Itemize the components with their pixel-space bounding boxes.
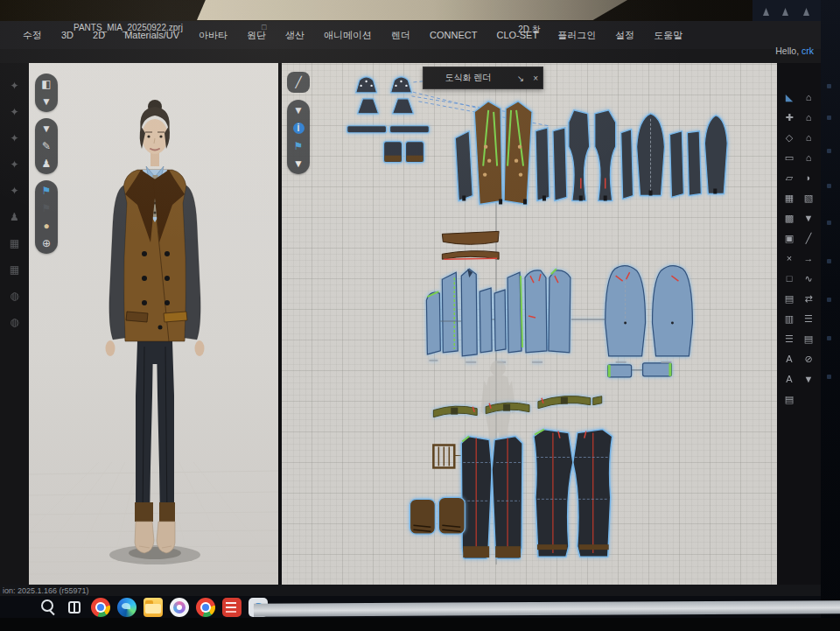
library-avatar-icon[interactable]: ♟ [10, 212, 19, 222]
pattern-canvas[interactable] [282, 63, 777, 585]
file-tab[interactable]: PANTS_MIA_20250922.zprj [74, 23, 183, 32]
sewing-machine-icon-4[interactable]: ⌂ [806, 153, 812, 163]
pattern-collar-band-pieces[interactable] [442, 231, 499, 259]
rectangle-tool-icon[interactable]: ▭ [785, 153, 794, 163]
fold-tool-icon[interactable]: ▤ [785, 294, 794, 304]
account-greeting[interactable]: Hello, crk [775, 46, 814, 56]
menu-item[interactable]: 아바타 [199, 29, 228, 42]
right-tool-panel: ◣✚◇▭▱▦▩▣×□▤▥☰AA▤ ⌂⌂⌂⌂◗▧▼╱→∿⇄☰▤⊘▼ [777, 63, 821, 585]
render-view-icon[interactable]: ◧ [41, 79, 51, 89]
avatar-pants[interactable] [135, 341, 175, 522]
library-garment-icon-2[interactable]: ▦ [10, 264, 19, 275]
taskbar-task-view-button[interactable] [65, 598, 84, 617]
segment-sewing-icon[interactable]: ╱ [806, 234, 812, 243]
background-monitor-side [821, 0, 840, 631]
steam-iron-icon[interactable]: ◗ [806, 173, 812, 183]
fit-map-icon[interactable]: ▧ [804, 193, 813, 203]
pattern-collar-small-pieces[interactable] [347, 77, 430, 163]
label-tool-icon[interactable]: A [786, 375, 792, 384]
polygon-tool-icon[interactable]: ▱ [786, 173, 793, 183]
library-garment-icon-1[interactable]: ▦ [10, 238, 19, 249]
avatar-3d[interactable] [83, 72, 223, 578]
show-avatar-icon[interactable]: ♟ [42, 158, 52, 169]
library-globe-icon-1[interactable]: ◍ [10, 291, 18, 301]
viewport-3d[interactable]: ◧▼ ▼✎♟ ⚑⚑●⊕ [29, 63, 278, 585]
library-pose-icon-3[interactable]: ✦ [10, 159, 18, 170]
edit-point-icon[interactable]: ✚ [785, 113, 793, 123]
grading-icon[interactable]: ▤ [785, 395, 794, 404]
fabric-swatch-blue-icon[interactable]: ⚑ [42, 186, 52, 196]
library-globe-icon-2[interactable]: ◍ [10, 317, 18, 327]
library-pose-icon-4[interactable]: ✦ [10, 186, 18, 196]
text-tool-icon[interactable]: A [786, 354, 792, 364]
fabric-swatch-dark-icon[interactable]: ⚑ [42, 203, 52, 214]
garment-dark-icon[interactable]: ▼ [804, 375, 814, 384]
taskbar-file-explorer[interactable] [144, 598, 163, 617]
taskbar-chrome-2[interactable] [196, 598, 215, 617]
clone-pattern-icon[interactable]: ▣ [785, 234, 794, 243]
photo-background-bottom [0, 618, 840, 631]
greeting-text: Hello, [775, 46, 802, 56]
toolbar3d-group-2: ▼✎♟ [35, 118, 58, 174]
curve-tool-icon[interactable]: ╱ [287, 72, 310, 93]
pattern-pants-pieces[interactable] [461, 430, 612, 559]
taskbar-search-button[interactable] [38, 598, 58, 617]
pattern-tools-column: ◣✚◇▭▱▦▩▣×□▤▥☰AA▤ [781, 93, 797, 404]
measure-list-icon[interactable]: ☰ [785, 334, 794, 344]
taskbar-red-office-app[interactable] [222, 598, 242, 617]
notch-tool-icon[interactable]: □ [787, 274, 793, 284]
viewport-2d[interactable]: ╱ ▼i⚑▼ 도식화 렌더 ↘ × [282, 63, 777, 585]
status-bar: ion: 2025.1.166 (r55971) [0, 585, 821, 596]
edit-curve-icon[interactable]: ◇ [786, 133, 793, 143]
view2d-title: 2D 창 [282, 24, 777, 36]
schematic-render-panel[interactable]: 도식화 렌더 ↘ × [423, 67, 543, 89]
toolbar2d-group: ▼i⚑▼ [287, 100, 310, 174]
menu-item[interactable]: 수정 [23, 29, 42, 42]
panel-close-icon[interactable]: × [528, 74, 542, 83]
ruler-tool-icon[interactable]: ▥ [785, 314, 794, 324]
library-pose-run-icon[interactable]: ✦ [10, 81, 18, 91]
avatar-jacket[interactable] [106, 166, 205, 356]
pattern-pocket-pieces[interactable] [410, 497, 465, 534]
seam-zigzag-icon[interactable]: ∿ [804, 274, 812, 284]
clo3d-application-window: 수정3D2DMaterials/UV아바타원단생산애니메이션렌더CONNECTC… [0, 21, 821, 618]
photo-of-monitor: 수정3D2DMaterials/UV아바타원단생산애니메이션렌더CONNECTC… [0, 0, 840, 631]
undock-icon[interactable]: □ [262, 23, 266, 32]
pattern-texture-icon[interactable]: ▼ [293, 158, 304, 169]
sewing-machine-icon-3[interactable]: ⌂ [806, 133, 812, 143]
stitch-list-icon[interactable]: ☰ [804, 314, 813, 324]
mesh-tool-icon[interactable]: ▩ [785, 214, 794, 223]
info-toggle-icon[interactable]: i [293, 123, 304, 134]
menu-item[interactable]: 3D [61, 30, 74, 40]
show-garment-icon[interactable]: ▼ [41, 123, 52, 134]
dart-tool-icon[interactable]: ▦ [785, 193, 794, 203]
taskbar-paint-app[interactable] [170, 598, 189, 617]
garment-show-2d-icon[interactable]: ▼ [293, 105, 304, 116]
avatar-head[interactable] [140, 100, 170, 166]
pattern-jacket-pieces[interactable] [455, 102, 727, 205]
pattern-waistband-pieces[interactable] [433, 396, 601, 417]
sewing-direction-icon[interactable]: ⇄ [804, 294, 812, 304]
sewing-machine-icon-2[interactable]: ⌂ [806, 113, 812, 123]
version-text: ion: 2025.1.166 (r55971) [3, 586, 89, 595]
fabric-blue-icon[interactable]: ⚑ [294, 141, 304, 151]
panel-pop-icon[interactable]: ↘ [513, 74, 528, 83]
delete-guide-icon[interactable]: × [787, 254, 792, 263]
shirt-display-icon[interactable]: ▼ [804, 214, 814, 223]
avatar-head-icon[interactable]: ● [43, 221, 49, 231]
library-pose-icon-2[interactable]: ✦ [10, 133, 18, 144]
taskbar-edge[interactable] [117, 598, 136, 617]
texture-cut-icon[interactable]: ⊘ [804, 354, 812, 364]
seam-stack-icon[interactable]: ▤ [804, 334, 813, 344]
transform-pattern-icon[interactable]: ◣ [786, 93, 793, 102]
viewport2d-toolbar: ╱ ▼i⚑▼ [287, 72, 310, 180]
sewing-machine-icon-1[interactable]: ⌂ [806, 93, 812, 102]
garment-fit-icon[interactable]: ▼ [41, 96, 52, 107]
taskbar-chrome-1[interactable] [91, 598, 110, 617]
free-sewing-icon[interactable]: → [804, 254, 814, 263]
world-map-icon[interactable]: ⊕ [42, 238, 51, 249]
library-pose-icon-1[interactable]: ✦ [10, 107, 18, 117]
panel-title: 도식화 렌더 [424, 72, 513, 84]
pattern-shirt-pieces[interactable] [426, 266, 692, 377]
pin-tool-icon[interactable]: ✎ [42, 141, 51, 151]
